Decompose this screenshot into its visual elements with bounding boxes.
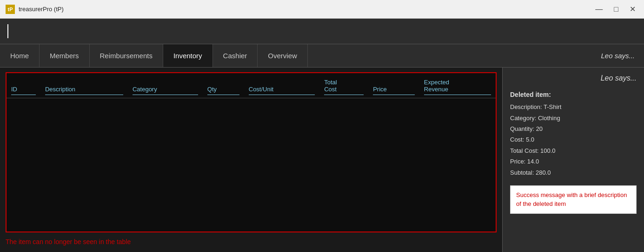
col-total-cost: TotalCost: [319, 73, 368, 98]
deleted-info: Deleted item: Description: T-Shirt Categ…: [510, 89, 637, 178]
col-cost-unit: Cost/Unit: [244, 73, 319, 98]
minimize-button[interactable]: —: [592, 4, 605, 14]
col-qty: Qty: [203, 73, 244, 98]
tab-home[interactable]: Home: [0, 44, 40, 67]
tab-reimbursements[interactable]: Reimbursements: [90, 44, 163, 67]
app-icon: tP: [6, 5, 15, 14]
deleted-quantity: Quantity: 20: [510, 123, 637, 134]
main-layout: ID Description Category Qty Cost/Unit: [0, 68, 644, 252]
deleted-total-cost: Total Cost: 100.0: [510, 145, 637, 156]
table-area: ID Description Category Qty Cost/Unit: [0, 68, 502, 252]
app-title: treasurerPro (tP): [19, 6, 64, 13]
tab-overview[interactable]: Overview: [258, 44, 308, 67]
inventory-table-wrapper: ID Description Category Qty Cost/Unit: [6, 72, 497, 232]
success-message: Success message with a brief description…: [516, 191, 631, 209]
leo-says-label: Leo says...: [601, 44, 644, 67]
cursor-line: [7, 24, 8, 38]
status-message: The item can no longer be seen in the ta…: [6, 236, 497, 247]
nav-bar: Home Members Reimbursements Inventory Ca…: [0, 44, 644, 68]
tab-cashier[interactable]: Cashier: [213, 44, 258, 67]
right-panel: Leo says... Deleted item: Description: T…: [502, 68, 644, 252]
deleted-category: Category: Clothing: [510, 113, 637, 123]
top-area: [0, 19, 644, 44]
tab-inventory[interactable]: Inventory: [163, 44, 213, 67]
title-bar-controls: — □ ✕: [592, 4, 638, 14]
close-button[interactable]: ✕: [627, 4, 638, 14]
inventory-table: ID Description Category Qty Cost/Unit: [7, 73, 496, 98]
success-box: Success message with a brief description…: [510, 185, 637, 214]
maximize-button[interactable]: □: [611, 4, 621, 14]
tab-members[interactable]: Members: [40, 44, 90, 67]
col-description: Description: [40, 73, 128, 98]
title-bar-left: tP treasurerPro (tP): [6, 5, 64, 14]
col-category: Category: [128, 73, 203, 98]
deleted-cost: Cost: 5.0: [510, 134, 637, 145]
deleted-title: Deleted item:: [510, 89, 637, 101]
col-price: Price: [368, 73, 419, 98]
title-bar: tP treasurerPro (tP) — □ ✕: [0, 0, 644, 19]
col-id: ID: [7, 73, 40, 98]
col-expected-revenue: ExpectedRevenue: [419, 73, 496, 98]
deleted-description: Description: T-Shirt: [510, 102, 637, 112]
leo-says-header: Leo says...: [510, 74, 637, 82]
deleted-price: Price: 14.0: [510, 156, 637, 167]
deleted-subtotal: Subtotal: 280.0: [510, 167, 637, 178]
